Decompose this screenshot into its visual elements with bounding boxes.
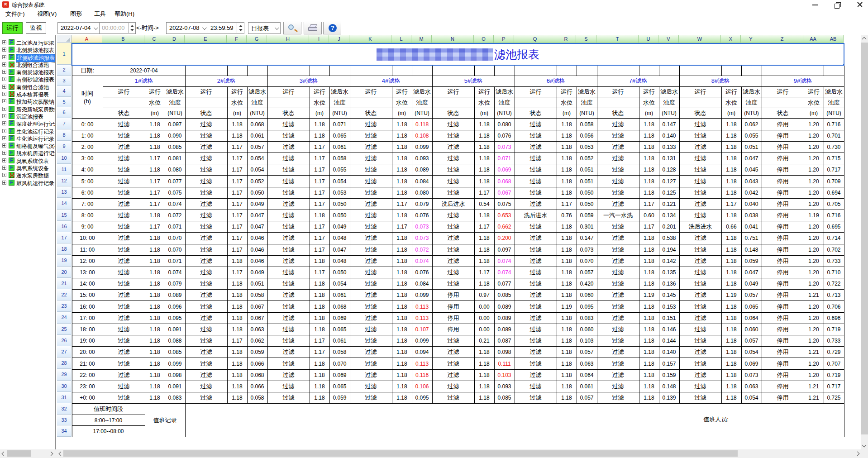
- level-cell[interactable]: 1.18: [557, 358, 577, 369]
- turbidity-cell[interactable]: 0.194: [659, 244, 679, 255]
- level-cell[interactable]: 1.17: [227, 187, 247, 198]
- status-cell[interactable]: 过滤: [103, 141, 145, 153]
- time-column-header[interactable]: 时间(h): [72, 76, 103, 119]
- turbidity-cell[interactable]: 0.054: [741, 392, 762, 403]
- turbidity-cell[interactable]: 0.702: [824, 244, 844, 255]
- sub-header[interactable]: [267, 97, 310, 108]
- time-cell[interactable]: 11: 00: [72, 244, 103, 255]
- status-cell[interactable]: 过滤: [103, 255, 145, 267]
- turbidity-cell[interactable]: 0.108: [412, 130, 432, 141]
- sub-header[interactable]: 运行: [474, 86, 494, 97]
- turbidity-cell[interactable]: 0.103: [494, 369, 515, 381]
- turbidity-cell[interactable]: 0.730: [824, 141, 844, 153]
- turbidity-cell[interactable]: 0.089: [494, 324, 515, 335]
- sub-header[interactable]: 浊度: [577, 97, 597, 108]
- sidebar-item[interactable]: F南侧砂滤池报表: [0, 76, 55, 83]
- duty-period-label[interactable]: 值班时间段: [72, 404, 145, 415]
- turbidity-cell[interactable]: 0.062: [247, 335, 267, 347]
- turbidity-cell[interactable]: 0.070: [165, 233, 185, 244]
- level-cell[interactable]: 1.18: [145, 244, 165, 255]
- status-cell[interactable]: 过滤: [103, 267, 145, 278]
- level-cell[interactable]: 1.18: [721, 312, 741, 324]
- status-cell[interactable]: 洗后进水: [432, 198, 474, 210]
- turbidity-cell[interactable]: 0.111: [494, 358, 515, 369]
- level-cell[interactable]: 1.18: [310, 290, 329, 301]
- scroll-left-icon[interactable]: [0, 450, 6, 457]
- time-cell[interactable]: 5: 00: [72, 176, 103, 187]
- empty-cell[interactable]: [247, 65, 267, 76]
- turbidity-cell[interactable]: 0.046: [247, 255, 267, 267]
- turbidity-cell[interactable]: 0.098: [165, 369, 185, 381]
- column-header-W[interactable]: W: [679, 35, 721, 43]
- run-button[interactable]: 运行: [2, 22, 23, 34]
- status-cell[interactable]: 停用: [762, 119, 804, 130]
- turbidity-cell[interactable]: 0.057: [577, 392, 597, 403]
- sidebar-item[interactable]: F投加药次氯酸钠: [0, 98, 55, 105]
- status-cell[interactable]: 过滤: [350, 130, 392, 141]
- level-cell[interactable]: 1.18: [474, 244, 494, 255]
- status-cell[interactable]: 过滤: [185, 267, 227, 278]
- sub-header[interactable]: 运行: [432, 86, 474, 97]
- menu-item-2[interactable]: 视图(V): [37, 10, 57, 18]
- status-cell[interactable]: 过滤: [515, 347, 557, 358]
- status-cell[interactable]: 停用: [762, 290, 804, 301]
- status-cell[interactable]: 过滤: [103, 130, 145, 141]
- level-cell[interactable]: 1.18: [310, 210, 329, 221]
- turbidity-cell[interactable]: 0.719: [824, 324, 844, 335]
- scroll-left-icon[interactable]: [57, 450, 63, 457]
- status-cell[interactable]: 过滤: [679, 130, 721, 141]
- turbidity-cell[interactable]: 0.043: [741, 176, 762, 187]
- level-cell[interactable]: 1.18: [392, 381, 412, 392]
- sub-header[interactable]: (NTU): [741, 108, 762, 119]
- column-header-AA[interactable]: AA: [803, 35, 823, 43]
- level-cell[interactable]: 1.18: [145, 119, 165, 130]
- level-cell[interactable]: 1.18: [721, 130, 741, 141]
- level-cell[interactable]: 1.18: [557, 381, 577, 392]
- time-cell[interactable]: 2: 00: [72, 141, 103, 153]
- status-cell[interactable]: 过滤: [515, 301, 557, 312]
- turbidity-cell[interactable]: 0.717: [824, 381, 844, 392]
- status-cell[interactable]: 过滤: [432, 164, 474, 176]
- row-header-32[interactable]: 32: [57, 403, 72, 415]
- time-cell[interactable]: 3: 00: [72, 153, 103, 164]
- level-cell[interactable]: 1.20: [804, 153, 824, 164]
- status-cell[interactable]: 过滤: [185, 130, 227, 141]
- level-cell[interactable]: 1.18: [474, 119, 494, 130]
- status-cell[interactable]: 过滤: [515, 255, 557, 267]
- status-cell[interactable]: 过滤: [679, 267, 721, 278]
- status-cell[interactable]: 过滤: [597, 221, 639, 233]
- turbidity-cell[interactable]: 0.694: [824, 187, 844, 198]
- turbidity-cell[interactable]: 0.048: [329, 255, 350, 267]
- turbidity-cell[interactable]: 0.057: [741, 290, 762, 301]
- sub-header[interactable]: 浊度: [247, 97, 267, 108]
- level-cell[interactable]: 0.66: [721, 221, 741, 233]
- level-cell[interactable]: 1.17: [227, 210, 247, 221]
- column-header-X[interactable]: X: [721, 35, 741, 43]
- level-cell[interactable]: 1.18: [721, 335, 741, 347]
- row-header-10[interactable]: 10: [57, 153, 72, 164]
- sidebar-item[interactable]: 北侧组合滤池: [0, 61, 55, 68]
- time-cell[interactable]: 17: 00: [72, 312, 103, 324]
- status-cell[interactable]: 停用: [762, 255, 804, 267]
- turbidity-cell[interactable]: 0.048: [329, 233, 350, 244]
- chevron-down-icon[interactable]: [94, 25, 98, 30]
- status-cell[interactable]: 过滤: [103, 119, 145, 130]
- status-cell[interactable]: 过滤: [350, 369, 392, 381]
- restore-button[interactable]: [830, 0, 845, 9]
- status-cell[interactable]: 过滤: [185, 381, 227, 392]
- turbidity-cell[interactable]: 0.050: [329, 210, 350, 221]
- turbidity-cell[interactable]: 0.070: [577, 255, 597, 267]
- status-cell[interactable]: 过滤: [185, 324, 227, 335]
- level-cell[interactable]: 1.18: [639, 176, 659, 187]
- sub-header[interactable]: 滤后水: [412, 86, 432, 97]
- level-cell[interactable]: 1.17: [227, 164, 247, 176]
- turbidity-cell[interactable]: 0.098: [494, 347, 515, 358]
- turbidity-cell[interactable]: 0.060: [577, 324, 597, 335]
- turbidity-cell[interactable]: 0.077: [494, 278, 515, 290]
- sub-header[interactable]: 运行: [639, 86, 659, 97]
- status-cell[interactable]: 过滤: [185, 369, 227, 381]
- level-cell[interactable]: 1.18: [392, 267, 412, 278]
- turbidity-cell[interactable]: 0.085: [494, 392, 515, 403]
- level-cell[interactable]: 1.18: [474, 255, 494, 267]
- selection-handle[interactable]: [843, 64, 844, 65]
